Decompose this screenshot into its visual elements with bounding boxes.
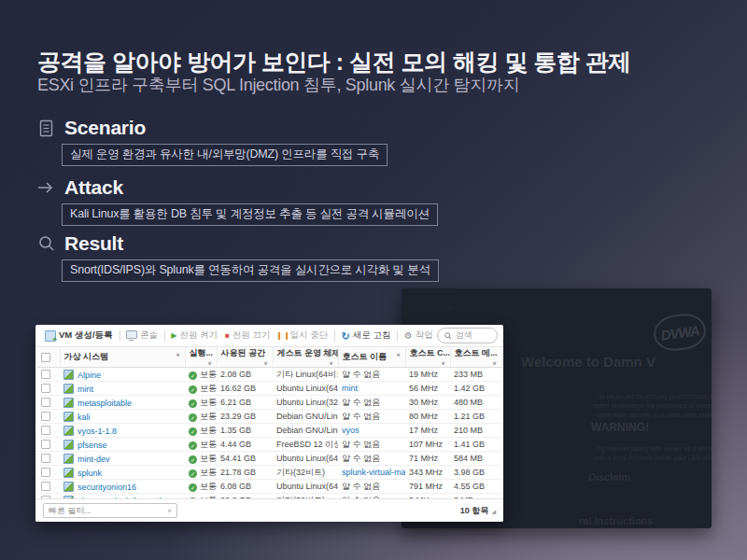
- vm-guest-os: 기타(32비트): [273, 466, 338, 480]
- row-checkbox[interactable]: [41, 482, 50, 491]
- vm-host-cpu: 71 MHz: [405, 452, 450, 466]
- row-checkbox[interactable]: [41, 454, 50, 463]
- refresh-icon: ↻: [342, 331, 350, 341]
- vm-host-cpu: 30 MHz: [405, 396, 450, 410]
- section-result-description: Snort(IDS/IPS)와 Splunk를 연동하여 공격을 실시간으로 시…: [62, 259, 439, 282]
- vm-column-header[interactable]: 게스트 운영 체제∨: [273, 347, 338, 368]
- vm-host-mem: 1.21 GB: [450, 410, 501, 424]
- row-checkbox[interactable]: [41, 384, 50, 393]
- section-result: Result Snort(IDS/IPS)와 Splunk를 연동하여 공격을 …: [37, 232, 439, 282]
- vm-name-link[interactable]: kali: [78, 413, 91, 422]
- chevron-down-icon: ∨: [176, 352, 181, 357]
- vm-used-space: 6.21 GB: [217, 396, 273, 410]
- terminal-line: 71716b71)-- -&Submit=Submit: [402, 524, 712, 528]
- vm-status: 보통: [200, 384, 217, 393]
- section-attack: Attack Kali Linux를 활용한 DB 침투 및 계정정보 추출 등…: [37, 176, 438, 226]
- vm-status: 보통: [200, 398, 217, 407]
- power-on-button[interactable]: ▶전원 켜기: [171, 329, 218, 342]
- vm-name-link[interactable]: metasploitable: [78, 399, 132, 408]
- select-all-checkbox[interactable]: [37, 347, 60, 368]
- quick-filter-dropdown[interactable]: 빠른 필터...∨: [43, 503, 177, 518]
- suspend-button[interactable]: 일시 중단: [278, 329, 329, 342]
- vm-host-cpu: 343 MHz: [405, 466, 450, 480]
- vm-create-icon: [45, 330, 56, 342]
- vm-name-link[interactable]: securityonion16: [78, 483, 136, 492]
- vm-table-row[interactable]: vyos-1-1.8 ✓보통 1.35 GB Debian GNU/Linux.…: [37, 424, 501, 438]
- vm-host-mem: 210 MB: [450, 424, 501, 438]
- vm-host-name: 알 수 없음: [342, 454, 380, 463]
- vm-icon: [63, 426, 74, 436]
- search-icon: [37, 235, 55, 253]
- vm-host-cpu: 791 MHz: [405, 480, 450, 494]
- vm-column-header[interactable]: 사용된 공간∨: [217, 347, 273, 368]
- vm-column-header[interactable]: 호스트 메...∨: [450, 347, 501, 368]
- vm-host-mem: 480 MB: [450, 396, 501, 410]
- vm-table-row[interactable]: securityonion16 ✓보통 6.08 GB Ubuntu Linux…: [37, 480, 501, 494]
- vm-table-row[interactable]: pfsense ✓보통 4.44 GB FreeBSD 12 이상 ... 알 …: [37, 438, 501, 452]
- vm-name-link[interactable]: vyos-1-1.8: [78, 427, 117, 436]
- row-checkbox[interactable]: [41, 440, 50, 449]
- gear-icon: ⚙: [404, 330, 413, 341]
- row-checkbox[interactable]: [41, 370, 50, 379]
- vm-status: 보통: [200, 426, 217, 435]
- vm-table-row[interactable]: mint ✓보통 16.62 GB Ubuntu Linux(64비... mi…: [37, 382, 501, 396]
- vm-table-row[interactable]: kali ✓보통 23.29 GB Debian GNU/Linux... 알 …: [37, 410, 501, 424]
- vm-guest-os: 기타 Linux(64비트): [273, 368, 338, 382]
- row-checkbox[interactable]: [41, 412, 50, 421]
- terminal-line: 3c7ca61c885c52dc2f8b135e089a15" -p id --…: [402, 309, 712, 317]
- vm-host-cpu: 107 MHz: [405, 438, 450, 452]
- item-count: 10 항목: [460, 505, 489, 517]
- chevron-down-icon: ∨: [207, 360, 213, 366]
- vm-create-button[interactable]: VM 생성/등록: [45, 329, 113, 342]
- vm-column-header[interactable]: 호스트 C...∨: [405, 347, 450, 368]
- vm-table-row[interactable]: mint-dev ✓보통 54.41 GB Ubuntu Linux(64비..…: [37, 452, 501, 466]
- vm-name-link[interactable]: splunk: [78, 469, 102, 478]
- status-ok-icon: ✓: [189, 427, 197, 436]
- power-off-button[interactable]: ■전원 끄기: [225, 329, 270, 342]
- vm-table-row[interactable]: metasploitable ✓보통 6.21 GB Ubuntu Linux(…: [37, 396, 501, 410]
- refresh-button[interactable]: ↻새로 고침: [342, 329, 391, 342]
- vm-host-name: 알 수 없음: [342, 370, 380, 379]
- vm-host-name: vyos: [342, 426, 359, 435]
- section-attack-description: Kali Linux를 활용한 DB 침투 및 계정정보 추출 등 실전 공격 …: [62, 203, 438, 226]
- row-checkbox[interactable]: [41, 398, 50, 407]
- chevron-down-icon: ∨: [396, 352, 402, 357]
- row-checkbox[interactable]: [41, 468, 50, 477]
- actions-button[interactable]: ⚙작업: [404, 329, 433, 342]
- section-scenario-description: 실제 운영 환경과 유사한 내/외부망(DMZ) 인프라를 직접 구축: [62, 144, 388, 166]
- vm-guest-os: Ubuntu Linux(64비...: [273, 382, 338, 396]
- vm-column-header[interactable]: 가상 시스템∨: [60, 347, 185, 368]
- esxi-vm-panel: VM 생성/등록 콘솔 ▶전원 켜기 ■전원 끄기 일시 중단 ↻새로 고침 ⚙…: [35, 325, 503, 522]
- vm-used-space: 1.35 GB: [217, 424, 273, 438]
- vm-name-link[interactable]: Alpine: [78, 371, 101, 380]
- vm-status: 보통: [200, 482, 217, 491]
- vm-name-link[interactable]: mint-dev: [78, 455, 110, 464]
- vm-column-header[interactable]: 실행...∨: [185, 347, 217, 368]
- status-ok-icon: ✓: [189, 469, 197, 478]
- vm-status: 보통: [200, 454, 217, 463]
- resize-grip-icon[interactable]: ◢: [491, 508, 496, 514]
- vm-host-cpu: 80 MHz: [405, 410, 450, 424]
- vm-name-link[interactable]: pfsense: [78, 441, 107, 450]
- vm-column-header[interactable]: 호스트 이름∨: [338, 347, 405, 368]
- vm-table-row[interactable]: splunk ✓보통 21.78 GB 기타(32비트) splunk-virt…: [37, 466, 501, 480]
- arrow-right-icon: [37, 179, 55, 197]
- console-button[interactable]: 콘솔: [126, 329, 158, 342]
- suspend-icon: [278, 332, 288, 340]
- vm-search-box[interactable]: 검색: [437, 328, 498, 343]
- vm-used-space: 16.62 GB: [217, 382, 273, 396]
- vm-name-link[interactable]: mint: [78, 385, 93, 394]
- status-ok-icon: ✓: [189, 399, 197, 408]
- vm-guest-os: Ubuntu Linux(32비...: [273, 396, 338, 410]
- vm-table-row[interactable]: Alpine ✓보통 2.08 GB 기타 Linux(64비트) 알 수 없음…: [37, 368, 501, 382]
- chevron-down-icon: ∨: [263, 360, 269, 366]
- vm-guest-os: Debian GNU/Linux...: [273, 410, 338, 424]
- status-ok-icon: ✓: [189, 455, 197, 464]
- vm-status: 보통: [200, 440, 217, 449]
- vm-status: 보통: [200, 370, 217, 379]
- section-result-label: Result: [64, 232, 123, 255]
- vm-host-name: 알 수 없음: [342, 398, 380, 407]
- chevron-down-icon: ∨: [492, 360, 498, 366]
- vm-host-name: 알 수 없음: [342, 440, 380, 449]
- row-checkbox[interactable]: [41, 426, 50, 435]
